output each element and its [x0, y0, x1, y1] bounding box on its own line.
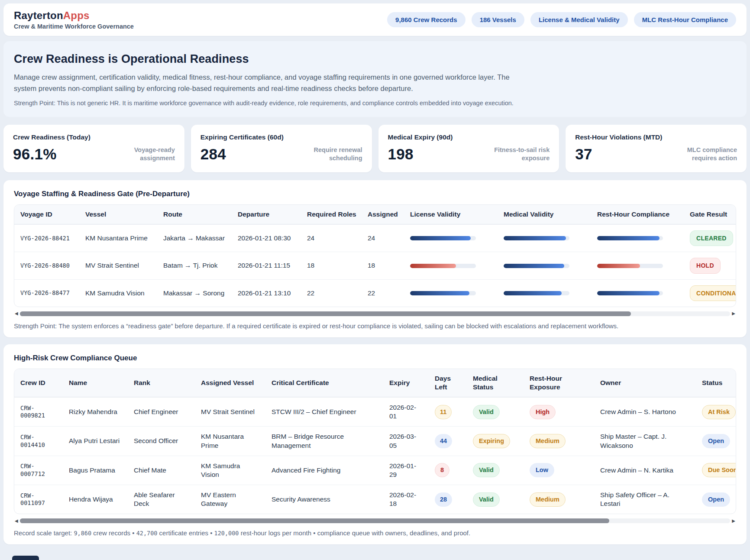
pill-mlc-compliance[interactable]: MLC Rest-Hour Compliance: [634, 12, 736, 27]
col-rest-hour-exposure: Rest-Hour Exposure: [524, 369, 594, 397]
status-pill: Open: [702, 434, 730, 448]
assigned-vessel: KM Samudra Vision: [195, 456, 265, 485]
departure-time: 2026-01-21 08:30: [232, 227, 301, 250]
crew-table-scrollbar: ◀ ▶: [15, 518, 735, 523]
col-route: Route: [157, 205, 232, 224]
bottom-peek-bar: [12, 556, 39, 560]
critical-certificate: BRM – Bridge Resource Management: [265, 427, 383, 455]
crew-rank: Able Seafarer Deck: [128, 485, 195, 514]
kpi-crew-readiness: Crew Readiness (Today) 96.1%Voyage-ready…: [3, 125, 184, 172]
kpi-medical-expiry: Medical Expiry (90d) 198Fitness-to-sail …: [378, 125, 559, 172]
voyage-row[interactable]: VYG-2026-88477 KM Samudra Vision Makassa…: [14, 279, 736, 307]
kpi-value: 198: [388, 146, 414, 163]
col-name: Name: [63, 373, 128, 392]
expiry-date: 2026-02-01: [383, 398, 429, 426]
medical-status-pill: Valid: [473, 463, 500, 477]
page-footer: Rayterton Apps Software | Enterprise Sof…: [3, 551, 747, 560]
status-pill: Due Soon: [702, 463, 736, 477]
vessel-name: MV Strait Sentinel: [79, 254, 157, 278]
col-medical-validity: Medical Validity: [498, 205, 591, 224]
crew-name: Bagus Pratama: [63, 457, 128, 483]
kpi-rest-hour-violations: Rest-Hour Violations (MTD) 37MLC complia…: [566, 125, 747, 172]
owner: Crew Admin – S. Hartono: [594, 399, 696, 425]
days-left-pill: 11: [435, 405, 452, 419]
voyage-table-scrollbar: ◀ ▶: [15, 311, 735, 316]
medical-validity-bar: [504, 236, 569, 240]
kpi-note: MLC compliance requires action: [668, 146, 737, 163]
gate-result-badge: CLEARED: [690, 230, 733, 246]
kpi-label: Crew Readiness (Today): [13, 133, 175, 141]
kpi-row: Crew Readiness (Today) 96.1%Voyage-ready…: [3, 125, 747, 172]
col-vessel: Vessel: [79, 205, 157, 224]
col-rank: Rank: [128, 373, 195, 392]
assigned-count: 24: [362, 227, 404, 250]
crew-rank: Second Officer: [128, 428, 195, 454]
gate-result-badge: CONDITIONAL: [690, 285, 736, 301]
voyage-row[interactable]: VYG-2026-88480 MV Strait Sentinel Batam …: [14, 252, 736, 279]
crew-row[interactable]: CRW-0007712 Bagus Pratama Chief Mate KM …: [14, 456, 736, 485]
pill-license-medical[interactable]: License & Medical Validity: [530, 12, 628, 27]
medical-validity-bar: [504, 291, 569, 295]
col-critical-certificate: Critical Certificate: [265, 373, 383, 392]
section-title-compliance: High-Risk Crew Compliance Queue: [14, 354, 736, 363]
crew-row[interactable]: CRW-0011097 Hendra Wijaya Able Seafarer …: [14, 485, 736, 514]
kpi-value: 96.1%: [13, 146, 57, 163]
scrollbar-track[interactable]: [20, 311, 731, 316]
critical-certificate: STCW III/2 – Chief Engineer: [265, 399, 383, 425]
rest-hour-bar: [597, 264, 663, 268]
departure-time: 2026-01-21 11:15: [232, 254, 301, 278]
voyage-staffing-section: Voyage Staffing & Readiness Gate (Pre-De…: [3, 180, 747, 337]
pill-crew-records[interactable]: 9,860 Crew Records: [387, 12, 466, 27]
medical-status-pill: Expiring: [473, 434, 510, 448]
rest-hour-bar: [597, 236, 663, 240]
hero-banner: Crew Readiness is Operational Readiness …: [3, 41, 747, 117]
crew-id: CRW-0007712: [14, 457, 63, 483]
days-left-pill: 8: [435, 463, 449, 477]
critical-certificate: Security Awareness: [265, 486, 383, 512]
crew-row[interactable]: CRW-0014410 Alya Putri Lestari Second Of…: [14, 426, 736, 455]
crew-table: Crew ID Name Rank Assigned Vessel Critic…: [14, 369, 736, 514]
scrollbar-thumb[interactable]: [20, 518, 610, 523]
vessel-name: KM Nusantara Prime: [79, 227, 157, 250]
expiry-date: 2026-01-29: [383, 456, 429, 485]
crew-name: Rizky Mahendra: [63, 399, 128, 425]
assigned-vessel: MV Strait Sentinel: [195, 399, 265, 425]
medical-validity-bar: [504, 264, 569, 268]
col-expiry: Expiry: [383, 373, 429, 392]
license-validity-bar: [410, 236, 476, 240]
voyage-id: VYG-2026-88421: [14, 227, 79, 250]
scrollbar-thumb[interactable]: [20, 311, 631, 316]
owner: Crew Admin – N. Kartika: [594, 457, 696, 483]
pill-vessels[interactable]: 186 Vessels: [472, 12, 524, 27]
crew-rank: Chief Mate: [128, 457, 195, 483]
rest-hour-pill: Medium: [530, 492, 566, 507]
crew-id: CRW-0011097: [14, 486, 63, 513]
scroll-left-icon[interactable]: ◀: [15, 519, 18, 523]
kpi-expiring-certificates: Expiring Certificates (60d) 284Require r…: [191, 125, 372, 172]
scroll-left-icon[interactable]: ◀: [15, 311, 18, 316]
rest-hour-bar: [597, 291, 663, 295]
section-title-voyage: Voyage Staffing & Readiness Gate (Pre-De…: [14, 190, 736, 198]
record-scale-note: Record scale target: 9,860 crew records …: [14, 529, 736, 537]
crew-rank: Chief Engineer: [128, 399, 195, 425]
app-header: RaytertonApps Crew & Maritime Workforce …: [3, 3, 747, 36]
medical-status-pill: Valid: [473, 492, 500, 507]
scrollbar-track[interactable]: [20, 518, 731, 523]
scroll-right-icon[interactable]: ▶: [732, 519, 735, 523]
col-departure: Departure: [232, 205, 301, 224]
col-gate-result: Gate Result: [684, 205, 736, 224]
kpi-value: 284: [200, 146, 226, 163]
voyage-row[interactable]: VYG-2026-88421 KM Nusantara Prime Jakart…: [14, 224, 736, 252]
col-license-validity: License Validity: [404, 205, 498, 224]
crew-row[interactable]: CRW-0009821 Rizky Mahendra Chief Enginee…: [14, 397, 736, 426]
app-subtitle: Crew & Maritime Workforce Governance: [14, 23, 134, 30]
voyage-id: VYG-2026-88477: [14, 281, 79, 305]
license-validity-bar: [410, 264, 476, 268]
col-voyage-id: Voyage ID: [14, 205, 79, 224]
crew-name: Alya Putri Lestari: [63, 428, 128, 454]
kpi-value: 37: [575, 146, 592, 163]
owner: Ship Master – Capt. J. Wicaksono: [594, 427, 696, 455]
scroll-right-icon[interactable]: ▶: [732, 311, 735, 316]
voyage-strength-note: Strength Point: The system enforces a “r…: [14, 322, 736, 330]
voyage-table-header: Voyage ID Vessel Route Departure Require…: [14, 205, 736, 224]
